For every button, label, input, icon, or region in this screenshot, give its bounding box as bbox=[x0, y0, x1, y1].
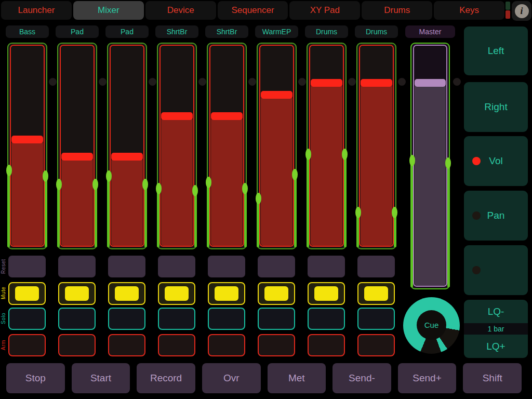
reset-button[interactable] bbox=[158, 256, 195, 277]
fader-cap-handle[interactable] bbox=[11, 136, 43, 143]
mute-button[interactable] bbox=[357, 282, 395, 305]
tab-keys[interactable]: Keys bbox=[434, 1, 504, 20]
reset-button[interactable] bbox=[308, 256, 345, 277]
mute-button[interactable] bbox=[258, 282, 295, 305]
solo-button[interactable] bbox=[108, 308, 145, 330]
solo-button[interactable] bbox=[258, 308, 295, 330]
mute-active-indicator bbox=[364, 286, 388, 301]
send-button[interactable]: Send- bbox=[332, 363, 391, 393]
channel-strip-3: Pad bbox=[107, 25, 147, 358]
arm-button[interactable] bbox=[357, 334, 395, 356]
lq-minus-button[interactable]: LQ- bbox=[464, 300, 528, 323]
cue-label-text: Cue bbox=[424, 321, 439, 329]
solo-button[interactable] bbox=[58, 308, 96, 330]
fader-cap-handle[interactable] bbox=[211, 112, 243, 120]
mute-active-indicator bbox=[314, 286, 338, 301]
track-name-label[interactable]: ShrtBr bbox=[155, 25, 198, 38]
side-button-pan[interactable]: Pan bbox=[464, 191, 528, 241]
arm-button[interactable] bbox=[8, 334, 46, 356]
track-name-label[interactable]: Pad bbox=[105, 25, 149, 38]
side-button-label: Left bbox=[488, 45, 504, 57]
ovr-button[interactable]: Ovr bbox=[202, 363, 261, 393]
inactive-dot bbox=[472, 211, 481, 220]
lq-plus-button[interactable]: LQ+ bbox=[464, 335, 528, 358]
solo-button[interactable] bbox=[308, 308, 345, 330]
reset-button[interactable] bbox=[208, 256, 245, 277]
arm-button[interactable] bbox=[208, 334, 245, 356]
meter-left bbox=[107, 174, 110, 247]
status-indicator-bottom bbox=[506, 10, 510, 19]
track-name-label[interactable]: Bass bbox=[6, 25, 49, 38]
mute-button[interactable] bbox=[58, 282, 96, 305]
channel-strip-1: Bass bbox=[7, 25, 47, 358]
side-button-vol[interactable]: Vol bbox=[464, 136, 528, 186]
fader-cap-handle[interactable] bbox=[111, 153, 143, 161]
volume-fader[interactable] bbox=[207, 43, 247, 249]
fader-cap-handle[interactable] bbox=[161, 112, 193, 120]
arm-button[interactable] bbox=[308, 334, 345, 356]
volume-fader[interactable] bbox=[107, 43, 147, 249]
mute-button[interactable] bbox=[108, 282, 145, 305]
mute-button[interactable] bbox=[8, 282, 46, 305]
reset-button[interactable] bbox=[357, 256, 395, 277]
solo-button[interactable] bbox=[208, 308, 245, 330]
track-name-label[interactable]: Pad bbox=[56, 25, 99, 38]
tab-xy-pad[interactable]: XY Pad bbox=[289, 1, 360, 20]
met-button[interactable]: Met bbox=[268, 363, 326, 393]
fader-fill bbox=[261, 98, 292, 246]
record-button[interactable]: Record bbox=[137, 363, 195, 393]
meter-right bbox=[95, 182, 97, 247]
side-button-right[interactable]: Right bbox=[464, 82, 528, 132]
track-name-label[interactable]: Drums bbox=[305, 25, 348, 38]
master-volume-fader[interactable] bbox=[410, 43, 450, 289]
track-name-label[interactable]: Drums bbox=[355, 25, 398, 38]
solo-button[interactable] bbox=[357, 308, 395, 330]
track-name-label[interactable]: WarmEP bbox=[255, 25, 298, 38]
master-name-label[interactable]: Master bbox=[405, 25, 455, 38]
mute-button[interactable] bbox=[158, 282, 195, 305]
arm-button[interactable] bbox=[258, 334, 295, 356]
solo-button[interactable] bbox=[158, 308, 195, 330]
meter-left bbox=[356, 210, 359, 247]
volume-fader[interactable] bbox=[57, 43, 97, 249]
fader-cap-handle[interactable] bbox=[415, 79, 446, 87]
side-button-left[interactable]: Left bbox=[464, 26, 528, 75]
volume-fader[interactable] bbox=[257, 43, 297, 249]
tab-sequencer[interactable]: Sequencer bbox=[218, 1, 288, 20]
tab-drums[interactable]: Drums bbox=[362, 1, 432, 20]
tab-launcher[interactable]: Launcher bbox=[1, 1, 72, 20]
stop-button[interactable]: Stop bbox=[6, 363, 65, 393]
fader-cap-handle[interactable] bbox=[261, 91, 292, 99]
track-name-label[interactable]: ShrtBr bbox=[205, 25, 248, 38]
fader-cap-handle[interactable] bbox=[61, 153, 93, 161]
arm-button[interactable] bbox=[158, 334, 195, 356]
tab-device[interactable]: Device bbox=[145, 1, 216, 20]
arm-button[interactable] bbox=[58, 334, 96, 356]
info-button[interactable]: i bbox=[512, 1, 531, 21]
solo-button[interactable] bbox=[8, 308, 46, 330]
volume-fader[interactable] bbox=[356, 43, 396, 249]
send-button[interactable]: Send+ bbox=[398, 363, 457, 393]
transport-bar: StopStartRecordOvrMetSend-Send+Shift bbox=[6, 363, 522, 393]
fader-cap-handle[interactable] bbox=[311, 79, 342, 87]
meter-right bbox=[394, 210, 396, 247]
pan-dot bbox=[198, 78, 206, 86]
reset-button[interactable] bbox=[258, 256, 295, 277]
mute-button[interactable] bbox=[308, 282, 345, 305]
volume-fader[interactable] bbox=[7, 43, 47, 249]
meter-left bbox=[7, 168, 10, 247]
reset-button[interactable] bbox=[8, 256, 46, 277]
tab-mixer[interactable]: Mixer bbox=[73, 1, 144, 20]
reset-button[interactable] bbox=[108, 256, 145, 277]
volume-fader[interactable] bbox=[157, 43, 197, 249]
start-button[interactable]: Start bbox=[72, 363, 130, 393]
volume-fader[interactable] bbox=[307, 43, 347, 249]
pan-dot bbox=[298, 78, 306, 86]
fader-cap-handle[interactable] bbox=[361, 79, 392, 87]
cue-knob[interactable]: Cue bbox=[403, 297, 460, 354]
mute-button[interactable] bbox=[208, 282, 245, 305]
shift-button[interactable]: Shift bbox=[463, 363, 522, 393]
reset-button[interactable] bbox=[58, 256, 96, 277]
arm-button[interactable] bbox=[108, 334, 145, 356]
side-button-blank[interactable] bbox=[464, 245, 528, 295]
